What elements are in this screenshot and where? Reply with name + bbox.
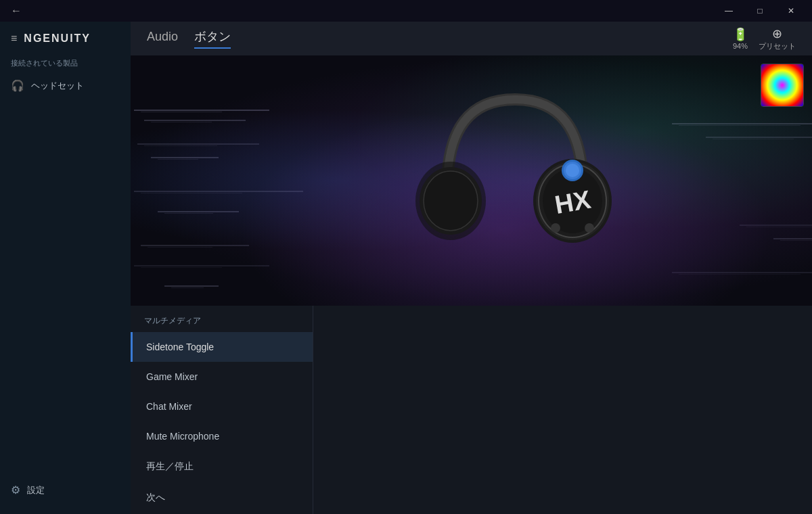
glitch-line — [134, 191, 303, 192]
bottom-panel: マルチメディア Sidetone ToggleGame MixerChat Mi… — [131, 306, 812, 514]
glitch-line — [713, 139, 794, 139]
preset-icon: ⊕ — [772, 26, 782, 41]
glitch-line — [151, 122, 212, 122]
preset-thumb-visual — [761, 64, 803, 106]
topbar-right: 🔋 94% ⊕ プリセット — [733, 26, 796, 51]
glitch-line — [141, 267, 222, 268]
glitch-line — [141, 245, 249, 246]
headset-image: HX — [407, 66, 623, 296]
titlebar-controls: — □ ✕ — [713, 0, 807, 22]
sidebar-item-headset[interactable]: 🎧 ヘッドセット — [0, 72, 131, 99]
tab-audio[interactable]: Audio — [147, 30, 178, 48]
glitch-line — [148, 247, 212, 248]
list-item[interactable]: 次へ — [131, 482, 313, 513]
preset-area[interactable]: ⊕ プリセット — [759, 26, 796, 51]
list-item[interactable]: Sidetone Toggle — [131, 332, 313, 362]
hamburger-icon[interactable]: ≡ — [11, 32, 17, 45]
tabs: Audio ボタン — [147, 28, 231, 49]
glitch-line — [144, 120, 246, 121]
glitch-line — [679, 125, 800, 126]
tab-buttons[interactable]: ボタン — [194, 28, 231, 49]
glitch-line — [164, 213, 213, 214]
glitch-line — [780, 240, 812, 241]
hero-area: HX — [131, 55, 812, 306]
list-item[interactable]: 再生／停止 — [131, 451, 313, 482]
list-item[interactable]: Game Mixer — [131, 362, 313, 392]
list-item[interactable]: Chat Mixer — [131, 392, 313, 421]
right-panel — [313, 306, 812, 514]
preset-thumbnail[interactable] — [761, 64, 804, 107]
content-area: Audio ボタン 🔋 94% ⊕ プリセット — [131, 22, 812, 514]
sidebar-bottom: ⚙ 設定 — [0, 477, 131, 514]
glitch-line — [144, 145, 217, 146]
titlebar: ← — □ ✕ — [0, 0, 812, 22]
glitch-line — [164, 285, 219, 287]
battery-area: 🔋 94% — [733, 27, 748, 50]
topbar: Audio ボタン 🔋 94% ⊕ プリセット — [131, 22, 812, 55]
headset-icon: 🎧 — [11, 79, 24, 92]
glitch-line — [746, 227, 812, 227]
glitch-line — [134, 110, 269, 111]
headset-label: ヘッドセット — [31, 80, 84, 92]
sidebar-header: ≡ NGENUITY — [0, 22, 131, 50]
preset-label: プリセット — [759, 41, 796, 51]
glitch-line — [134, 265, 269, 266]
titlebar-left: ← — [5, 5, 27, 17]
connected-products-label: 接続されている製品 — [0, 50, 131, 72]
glitch-line — [171, 287, 204, 288]
glitch-line — [679, 274, 800, 275]
multimedia-section-header: マルチメディア — [131, 306, 313, 332]
brand-name: NGENUITY — [24, 32, 91, 45]
minimize-button[interactable]: — — [713, 0, 744, 22]
settings-label: 設定 — [27, 484, 45, 496]
glitch-line — [773, 238, 812, 239]
glitch-line — [151, 157, 219, 158]
glitch-line — [672, 123, 812, 124]
battery-icon: 🔋 — [733, 27, 748, 42]
glitch-line — [141, 193, 242, 193]
maximize-button[interactable]: □ — [744, 0, 775, 22]
glitch-line — [706, 137, 812, 138]
main-layout: ≡ NGENUITY 接続されている製品 🎧 ヘッドセット ⚙ 設定 Audio… — [0, 22, 812, 514]
list-item[interactable]: Mute Microphone — [131, 421, 313, 451]
glitch-line — [158, 211, 239, 212]
glitch-line — [137, 143, 259, 145]
back-button[interactable]: ← — [5, 5, 27, 17]
glitch-line — [740, 225, 812, 226]
close-button[interactable]: ✕ — [775, 0, 807, 22]
svg-point-8 — [566, 164, 579, 177]
svg-point-11 — [585, 223, 594, 233]
glitch-line — [158, 159, 198, 160]
svg-point-10 — [551, 223, 560, 233]
glitch-line — [141, 112, 222, 112]
battery-percentage: 94% — [733, 42, 748, 50]
settings-item[interactable]: ⚙ 設定 — [0, 477, 131, 503]
button-list-panel: マルチメディア Sidetone ToggleGame MixerChat Mi… — [131, 306, 313, 514]
settings-icon: ⚙ — [11, 484, 20, 496]
sidebar: ≡ NGENUITY 接続されている製品 🎧 ヘッドセット ⚙ 設定 — [0, 22, 131, 514]
glitch-line — [672, 272, 812, 273]
